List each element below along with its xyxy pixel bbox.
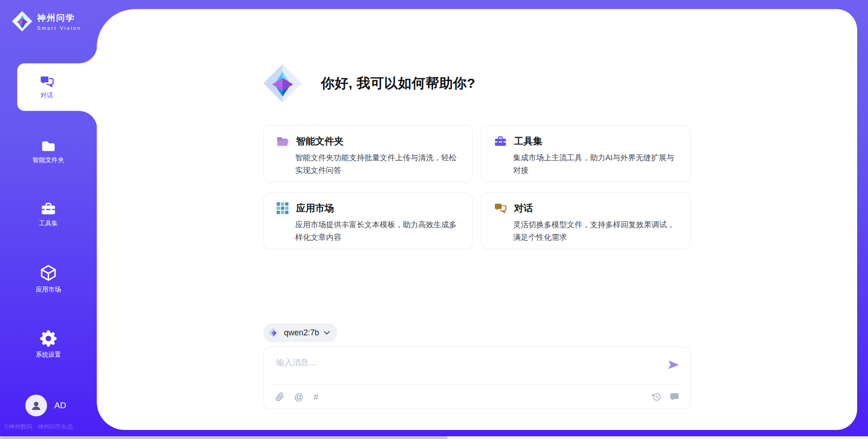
card-title: 工具集: [514, 135, 542, 148]
user-initials: AD: [54, 401, 66, 410]
sidebar-item-toolset[interactable]: 工具集: [0, 202, 97, 228]
sidebar-item-label: 系统设置: [36, 351, 61, 359]
sidebar: 神州问学 Smart Vision 对话 智能文件夹: [0, 0, 97, 439]
cube-icon: [40, 264, 57, 282]
diamond-logo-icon: [269, 327, 279, 338]
sidebar-item-label: 对话: [41, 91, 53, 100]
app-logo-diamond-icon: [263, 64, 302, 103]
brand-name-cn: 神州问学: [37, 12, 81, 24]
brand-name-en: Smart Vision: [37, 25, 81, 31]
folder-open-icon: [275, 134, 290, 148]
feature-cards: 智能文件夹 智能文件夹功能支持批量文件上传与清洗，轻松实现文件问答: [263, 125, 691, 249]
model-name: qwen2:7b: [284, 328, 319, 338]
history-icon[interactable]: [652, 392, 661, 401]
user-profile[interactable]: AD: [25, 395, 66, 416]
sidebar-item-label: 智能文件夹: [33, 156, 64, 164]
greeting-title: 你好, 我可以如何帮助你?: [321, 74, 476, 93]
card-toolset[interactable]: 工具集 集成市场上主流工具，助力AI与外界无缝扩展与对接: [481, 125, 691, 182]
folder-icon: [41, 139, 56, 152]
sidebar-item-chat[interactable]: 对话: [17, 63, 97, 111]
gear-icon: [40, 330, 57, 347]
send-button[interactable]: [668, 360, 679, 370]
chat-bubble-icon[interactable]: [670, 392, 679, 401]
chevron-down-icon: [324, 331, 330, 335]
message-input[interactable]: [276, 358, 665, 367]
message-composer: @ #: [263, 347, 691, 409]
at-icon[interactable]: @: [294, 392, 303, 401]
paperclip-icon[interactable]: [275, 392, 284, 401]
composer-toolbar: @ #: [270, 384, 684, 409]
card-chat[interactable]: 对话 灵活切换多模型文件，支持多样回复效果调试，满足个性化需求: [481, 192, 691, 249]
card-app-market[interactable]: 应用市场 应用市场提供丰富长文本模板，助力高效生成多样化文章内容: [263, 192, 473, 249]
sidebar-item-app-market[interactable]: 应用市场: [0, 264, 97, 294]
sidebar-item-label: 应用市场: [36, 286, 61, 294]
horizontal-scrollbar[interactable]: [0, 436, 868, 439]
send-icon: [668, 360, 679, 370]
model-selector[interactable]: qwen2:7b: [263, 323, 337, 342]
copyright-text: ©神州数码 · 神州问学出品: [5, 423, 95, 431]
avatar: [25, 395, 47, 416]
toolbox-icon: [40, 202, 57, 215]
main-content-panel: 你好, 我可以如何帮助你? 智能文件夹 智能文件夹功能支持批量文件上传与清洗，轻…: [97, 9, 857, 430]
chat-icon: [493, 201, 508, 215]
card-description: 智能文件夹功能支持批量文件上传与清洗，轻松实现文件问答: [275, 152, 461, 177]
grid-icon: [275, 201, 290, 215]
card-description: 集成市场上主流工具，助力AI与外界无缝扩展与对接: [493, 152, 679, 177]
card-title: 对话: [514, 202, 533, 215]
card-smart-folder[interactable]: 智能文件夹 智能文件夹功能支持批量文件上传与清洗，轻松实现文件问答: [263, 125, 473, 182]
sidebar-item-settings[interactable]: 系统设置: [0, 330, 97, 359]
person-icon: [30, 400, 42, 411]
scrollbar-thumb[interactable]: [0, 436, 448, 439]
chat-icon: [39, 75, 55, 88]
brand: 神州问学 Smart Vision: [0, 0, 97, 32]
card-title: 智能文件夹: [296, 135, 344, 148]
toolbox-icon: [493, 134, 508, 148]
card-title: 应用市场: [296, 202, 334, 215]
greeting-section: 你好, 我可以如何帮助你?: [263, 64, 691, 102]
brand-diamond-icon: [12, 11, 33, 32]
card-description: 灵活切换多模型文件，支持多样回复效果调试，满足个性化需求: [493, 219, 679, 244]
hash-icon[interactable]: #: [313, 392, 318, 401]
card-description: 应用市场提供丰富长文本模板，助力高效生成多样化文章内容: [275, 219, 461, 244]
sidebar-item-smart-folder[interactable]: 智能文件夹: [0, 139, 97, 164]
sidebar-item-label: 工具集: [39, 220, 58, 228]
